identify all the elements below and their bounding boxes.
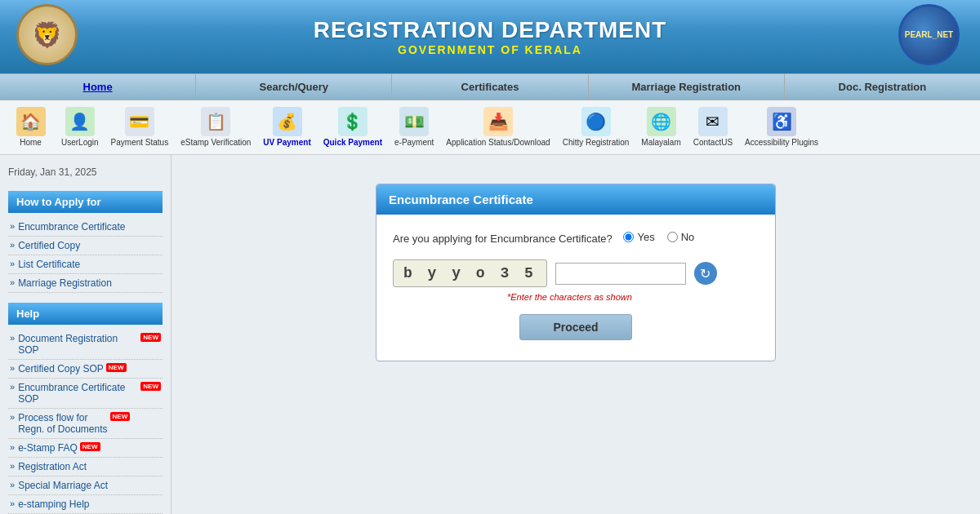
arrow-icon: »	[10, 363, 15, 373]
sidebar-item-certified-sop[interactable]: » Certified Copy SOP NEW	[8, 360, 163, 379]
nav-doc-reg[interactable]: Doc. Registration	[785, 74, 980, 100]
arrow-icon: »	[10, 333, 15, 343]
nav-marriage[interactable]: Marriage Registration	[589, 74, 785, 100]
sidebar-item-doc-reg-sop[interactable]: » Document Registration SOP NEW	[8, 330, 163, 360]
arrow-icon: »	[10, 442, 15, 452]
new-badge: NEW	[110, 412, 131, 421]
header-title-block: REGISTRATION DEPARTMENT GOVERNMENT OF KE…	[314, 17, 667, 56]
toolbar-malayalam-label: Malayalam	[641, 138, 680, 148]
malayalam-icon: 🌐	[647, 107, 676, 136]
toolbar-app-status[interactable]: 📥 Application Status/Download	[442, 104, 554, 150]
toolbar-userlogin-label: UserLogin	[61, 138, 99, 148]
toolbar-quick-payment-label: Quick Payment	[323, 138, 382, 148]
new-badge: NEW	[140, 333, 161, 342]
ec-sop-label: Encumbrance Certificate SOP	[18, 382, 138, 405]
sidebar-item-special-marriage[interactable]: » Special Marriage Act	[8, 476, 163, 495]
pearl-net-label: PEARL_NET	[905, 30, 953, 39]
no-label: No	[681, 231, 695, 243]
toolbar-quick-payment[interactable]: 💲 Quick Payment	[319, 104, 386, 150]
dept-title: REGISTRATION DEPARTMENT	[314, 17, 667, 43]
sidebar-item-estamp-help[interactable]: » e-stamping Help	[8, 495, 163, 514]
sidebar-marriage-label: Marriage Registration	[18, 277, 112, 289]
arrow-icon: »	[10, 277, 15, 287]
toolbar-estamp[interactable]: 📋 eStamp Verification	[176, 104, 255, 150]
page-header: 🦁 REGISTRATION DEPARTMENT GOVERNMENT OF …	[0, 0, 980, 73]
sidebar-list-cert-label: List Certificate	[18, 259, 80, 270]
reg-act-label: Registration Act	[18, 461, 87, 472]
sidebar-item-estamp-faq[interactable]: » e-Stamp FAQ NEW	[8, 439, 163, 458]
userlogin-icon: 👤	[65, 107, 95, 136]
special-marriage-label: Special Marriage Act	[18, 480, 108, 491]
form-box-header: Encumbrance Certificate	[376, 184, 775, 215]
captcha-row: b y y o 3 5 ↻	[393, 259, 759, 287]
new-badge: NEW	[140, 382, 161, 391]
doc-reg-sop-label: Document Registration SOP	[18, 333, 138, 356]
arrow-icon: »	[10, 480, 15, 490]
main-content: Friday, Jan 31, 2025 How to Apply for » …	[0, 155, 980, 514]
arrow-icon: »	[10, 221, 15, 231]
estamp-help-label: e-stamping Help	[18, 498, 89, 510]
toolbar-uv-payment-label: UV Payment	[263, 138, 310, 148]
sidebar-item-marriage-reg[interactable]: » Marriage Registration	[8, 274, 163, 293]
nav-home[interactable]: Home	[0, 74, 196, 100]
how-to-apply-title: How to Apply for	[8, 191, 163, 213]
main-navbar: Home Search/Query Certificates Marriage …	[0, 73, 980, 100]
yes-label: Yes	[637, 231, 654, 243]
sidebar-item-reg-act[interactable]: » Registration Act	[8, 458, 163, 476]
main-content-area: Encumbrance Certificate Are you applying…	[172, 155, 980, 514]
icon-toolbar: 🏠 Home 👤 UserLogin 💳 Payment Status 📋 eS…	[0, 100, 980, 155]
sidebar-item-list-cert[interactable]: » List Certificate	[8, 255, 163, 274]
sidebar-certified-label: Certified Copy	[18, 240, 80, 251]
app-status-icon: 📥	[483, 107, 513, 136]
contactus-icon: ✉	[698, 107, 728, 136]
accessibility-icon: ♿	[767, 107, 796, 136]
govt-subtitle: GOVERNMENT OF KERALA	[314, 43, 667, 56]
toolbar-contactus[interactable]: ✉ ContactUS	[689, 104, 737, 150]
toolbar-chitty[interactable]: 🔵 Chitty Registration	[559, 104, 634, 150]
no-radio[interactable]	[667, 232, 678, 242]
captcha-input[interactable]	[555, 263, 686, 285]
nav-certificates[interactable]: Certificates	[392, 74, 588, 100]
toolbar-malayalam[interactable]: 🌐 Malayalam	[637, 104, 684, 150]
proceed-button[interactable]: Proceed	[519, 314, 631, 340]
uv-payment-icon: 💰	[273, 107, 302, 136]
right-globe: PEARL_NET	[898, 4, 964, 69]
chitty-icon: 🔵	[581, 107, 611, 136]
toolbar-payment-status-label: Payment Status	[111, 138, 169, 148]
sidebar-item-ec[interactable]: » Encumbrance Certificate	[8, 218, 163, 237]
sidebar-item-ec-sop[interactable]: » Encumbrance Certificate SOP NEW	[8, 379, 163, 409]
toolbar-chitty-label: Chitty Registration	[563, 138, 630, 148]
toolbar-userlogin[interactable]: 👤 UserLogin	[57, 104, 103, 150]
nav-search[interactable]: Search/Query	[196, 74, 392, 100]
epayment-icon: 💵	[399, 107, 429, 136]
ec-form-box: Encumbrance Certificate Are you applying…	[376, 184, 776, 361]
certified-sop-label: Certified Copy SOP	[18, 363, 104, 374]
yes-option[interactable]: Yes	[623, 231, 654, 243]
sidebar-item-process-flow[interactable]: » Process flow forRegn. of Documents NEW	[8, 409, 163, 439]
yes-no-group: Yes No	[623, 231, 694, 243]
toolbar-home-label: Home	[20, 138, 42, 148]
sidebar-ec-label: Encumbrance Certificate	[18, 221, 125, 233]
estamp-faq-label: e-Stamp FAQ	[18, 442, 78, 454]
toolbar-contactus-label: ContactUS	[693, 138, 733, 148]
yes-radio[interactable]	[623, 232, 634, 242]
toolbar-accessibility[interactable]: ♿ Accessibility Plugins	[741, 104, 822, 150]
captcha-image: b y y o 3 5	[393, 259, 547, 287]
pearl-net-globe: PEARL_NET	[898, 4, 960, 65]
sidebar: Friday, Jan 31, 2025 How to Apply for » …	[0, 155, 172, 514]
captcha-refresh-button[interactable]: ↻	[694, 262, 717, 285]
toolbar-epayment[interactable]: 💵 e-Payment	[390, 104, 438, 150]
toolbar-estamp-label: eStamp Verification	[180, 138, 251, 148]
new-badge: NEW	[80, 442, 100, 451]
captcha-hint: *Enter the characters as shown	[507, 292, 759, 302]
estamp-icon: 📋	[201, 107, 230, 136]
toolbar-accessibility-label: Accessibility Plugins	[745, 138, 818, 148]
toolbar-uv-payment[interactable]: 💰 UV Payment	[259, 104, 314, 150]
sidebar-item-certified-copy[interactable]: » Certified Copy	[8, 237, 163, 255]
toolbar-payment-status[interactable]: 💳 Payment Status	[107, 104, 173, 150]
toolbar-home[interactable]: 🏠 Home	[8, 104, 53, 150]
payment-status-icon: 💳	[125, 107, 154, 136]
no-option[interactable]: No	[667, 231, 695, 243]
arrow-icon: »	[10, 498, 15, 508]
arrow-icon: »	[10, 240, 15, 250]
